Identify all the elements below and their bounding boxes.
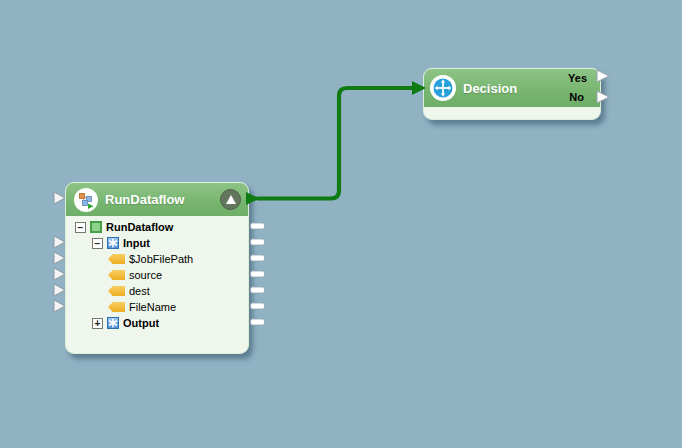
tree-label: source [129, 269, 162, 281]
triangle-up-icon [226, 195, 236, 204]
field-icon [108, 302, 125, 312]
run-dataflow-header[interactable]: RunDataflow [66, 183, 248, 216]
output-port-stub[interactable] [251, 303, 265, 309]
collapse-node-button[interactable] [220, 189, 241, 210]
field-icon [108, 254, 125, 264]
input-port-arrow[interactable] [54, 252, 65, 264]
output-port-stub[interactable] [251, 271, 265, 277]
input-port-arrow[interactable] [54, 300, 65, 312]
input-port-arrow[interactable] [54, 284, 65, 296]
tree-row-filename[interactable]: FileName [66, 299, 248, 315]
input-port-arrow[interactable] [54, 268, 65, 280]
expand-expander-icon[interactable]: + [92, 318, 103, 329]
output-port-stub[interactable] [251, 287, 265, 293]
input-port-arrow[interactable] [54, 192, 65, 204]
tree-label: FileName [129, 301, 176, 313]
stage-icon [90, 221, 102, 233]
node-decision[interactable]: Decision Yes No [423, 68, 601, 120]
node-run-dataflow[interactable]: RunDataflow −RunDataflow−Input$JobFilePa… [65, 182, 249, 354]
port-label-no: No [569, 91, 584, 103]
node-title: Decision [463, 81, 517, 96]
tree-label: dest [129, 285, 150, 297]
field-icon [108, 286, 125, 296]
tree-row-input[interactable]: −Input [66, 235, 248, 251]
workflow-canvas[interactable]: RunDataflow −RunDataflow−Input$JobFilePa… [0, 0, 682, 448]
tree-label: Output [123, 317, 159, 329]
decision-icon [430, 75, 456, 101]
dataflow-icon [74, 188, 98, 212]
output-port-stub[interactable] [251, 255, 265, 261]
decision-header[interactable]: Decision Yes No [424, 69, 600, 107]
tree-row-dest[interactable]: dest [66, 283, 248, 299]
input-port-arrow[interactable] [54, 236, 65, 248]
output-port-stub[interactable] [251, 239, 265, 245]
connection-run-dataflow-to-decision[interactable] [246, 81, 426, 205]
tree-label: $JobFilePath [129, 253, 193, 265]
io-icon [107, 317, 119, 329]
collapse-expander-icon[interactable]: − [92, 238, 103, 249]
tree-row-rundataflow[interactable]: −RunDataflow [66, 219, 248, 235]
tree-row-output[interactable]: +Output [66, 315, 248, 331]
tree-row-jobfilepath[interactable]: $JobFilePath [66, 251, 248, 267]
output-port-stub[interactable] [251, 319, 265, 325]
tree-row-source[interactable]: source [66, 267, 248, 283]
tree-label: Input [123, 237, 150, 249]
tree-label: RunDataflow [106, 221, 173, 233]
run-dataflow-tree: −RunDataflow−Input$JobFilePathsourcedest… [66, 216, 248, 331]
field-icon [108, 270, 125, 280]
collapse-expander-icon[interactable]: − [75, 222, 86, 233]
node-title: RunDataflow [105, 192, 184, 207]
io-icon [107, 237, 119, 249]
output-port-stub[interactable] [251, 223, 265, 229]
port-label-yes: Yes [568, 72, 587, 84]
